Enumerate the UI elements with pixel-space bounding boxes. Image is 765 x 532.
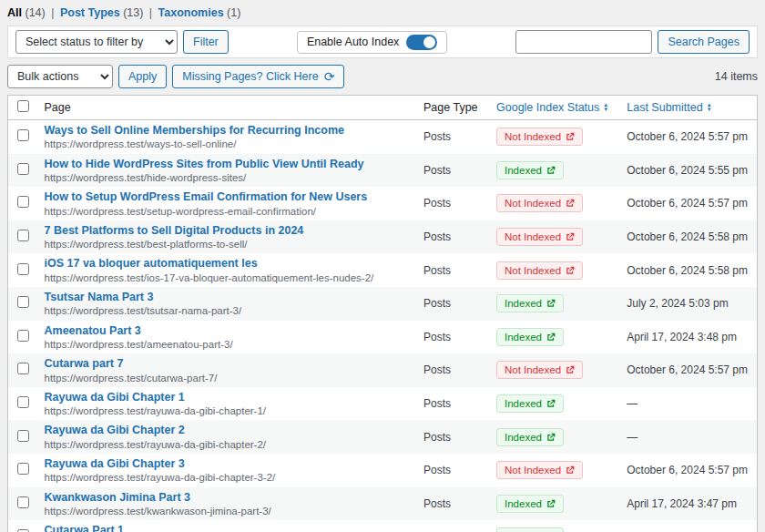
external-link-icon[interactable] [546, 166, 556, 175]
index-status-badge: Indexed [496, 428, 564, 446]
table-row: How to Setup WordPress Email Confirmatio… [8, 187, 758, 220]
page-type: Posts [414, 154, 487, 188]
search-input[interactable] [515, 30, 652, 54]
page-type: Posts [414, 253, 487, 287]
page-title-link[interactable]: Ways to Sell Online Memberships for Recu… [45, 124, 344, 137]
column-page-type: Page Type [414, 96, 487, 120]
index-status-badge: Indexed [496, 495, 564, 513]
sort-last-submitted[interactable]: Last Submitted ▲▼ [627, 101, 711, 114]
table-row: Rayuwa da Gibi Chapter 3 https://wordpre… [8, 454, 758, 487]
filter-button[interactable]: Filter [183, 30, 229, 54]
external-link-icon[interactable] [546, 299, 556, 308]
last-submitted: October 6, 2024 5:57 pm [617, 454, 757, 487]
table-row: Rayuwa da Gibi Chapter 1 https://wordpre… [8, 387, 758, 421]
search-pages-button[interactable]: Search Pages [658, 30, 750, 54]
bulk-actions-select[interactable]: Bulk actions [7, 65, 113, 88]
page-title-link[interactable]: iOS 17 va bloquer automatiquement les [45, 257, 258, 270]
table-row: Tsutsar Nama Part 3 https://wordpress.te… [8, 287, 758, 321]
last-submitted: October 6, 2024 5:58 pm [617, 220, 757, 254]
external-link-icon[interactable] [566, 466, 575, 475]
page-title-link[interactable]: How to Hide WordPress Sites from Public … [45, 158, 364, 170]
auto-index-toggle[interactable] [406, 35, 437, 50]
external-link-icon[interactable] [566, 132, 575, 141]
view-all-label: All [7, 6, 22, 19]
table-body: Ways to Sell Online Memberships for Recu… [8, 120, 758, 532]
page-title-link[interactable]: 7 Best Platforms to Sell Digital Product… [45, 224, 304, 237]
row-checkbox[interactable] [17, 463, 29, 475]
external-link-icon[interactable] [566, 365, 575, 374]
view-taxonomies[interactable]: Taxonomies (1) [158, 6, 241, 19]
missing-pages-label: Missing Pages? Click Here [182, 70, 318, 83]
status-filter-select[interactable]: Select status to filter by [15, 30, 178, 54]
last-submitted: October 6, 2024 5:57 pm [617, 353, 757, 387]
page-title-link[interactable]: Rayuwa da Gibi Chapter 1 [45, 391, 185, 404]
index-status-text: Indexed [505, 498, 542, 509]
external-link-icon[interactable] [546, 332, 556, 342]
page-title-link[interactable]: Tsutsar Nama Part 3 [45, 291, 154, 303]
column-index-status-label: Google Index Status [496, 101, 599, 114]
page-url: https://wordpress.test/ios-17-va-bloquer… [45, 272, 406, 284]
last-submitted: July 31, 2024 12:14 pm [617, 520, 757, 532]
row-checkbox[interactable] [17, 230, 29, 241]
index-status-text: Not Indexed [505, 364, 561, 375]
page-title-link[interactable]: Cutarwa part 7 [45, 357, 124, 370]
refresh-icon: ⟳ [324, 70, 335, 83]
page-title-link[interactable]: Kwankwason Jimina Part 3 [45, 491, 190, 504]
external-link-icon[interactable] [546, 433, 556, 442]
page-title-link[interactable]: Ameenatou Part 3 [45, 324, 141, 337]
external-link-icon[interactable] [546, 399, 556, 408]
table-row: Rayuwa da Gibi Chapter 2 https://wordpre… [8, 420, 758, 454]
row-checkbox[interactable] [17, 396, 29, 408]
last-submitted: April 17, 2024 3:48 pm [617, 321, 757, 354]
page-wrap: All (14) Post Types (13) Taxonomies (1) … [0, 0, 765, 532]
page-type: Posts [414, 353, 487, 387]
index-status-text: Not Indexed [505, 231, 561, 242]
row-checkbox[interactable] [17, 430, 29, 442]
view-post-types[interactable]: Post Types (13) [60, 6, 143, 19]
page-title-link[interactable]: Rayuwa da Gibi Chapter 2 [45, 424, 185, 436]
row-checkbox[interactable] [17, 163, 29, 175]
page-title-link[interactable]: Rayuwa da Gibi Chapter 3 [45, 457, 185, 470]
index-status-text: Indexed [505, 165, 542, 176]
index-status-badge: Indexed [496, 161, 564, 179]
sort-arrows-icon: ▲▼ [707, 103, 712, 112]
table-header: Page Page Type Google Index Status ▲▼ La… [8, 96, 758, 120]
page-url: https://wordpress.test/setup-wordpress-e… [45, 206, 406, 218]
row-checkbox[interactable] [17, 296, 29, 308]
row-checkbox[interactable] [17, 129, 29, 141]
index-status-badge: Not Indexed [496, 194, 583, 212]
view-taxonomies-label: Taxonomies [158, 6, 224, 19]
external-link-icon[interactable] [566, 232, 575, 241]
page-type: Posts [414, 120, 487, 154]
page-url: https://wordpress.test/rayuwa-da-gibi-ch… [45, 405, 406, 417]
auto-index-group: Enable Auto Index [297, 31, 447, 54]
view-post-types-count: (13) [123, 6, 143, 19]
pages-table: Page Page Type Google Index Status ▲▼ La… [7, 95, 758, 532]
missing-pages-button[interactable]: Missing Pages? Click Here ⟳ [172, 65, 344, 88]
sort-google-index-status[interactable]: Google Index Status ▲▼ [496, 101, 608, 114]
index-status-text: Indexed [505, 432, 542, 443]
index-status-badge: Indexed [496, 527, 564, 532]
external-link-icon[interactable] [546, 499, 556, 508]
row-checkbox[interactable] [17, 263, 29, 275]
view-all[interactable]: All (14) [7, 6, 46, 19]
select-all-checkbox[interactable] [17, 100, 29, 112]
table-row: Cutarwa part 7 https://wordpress.test/cu… [8, 353, 758, 387]
page-title-link[interactable]: How to Setup WordPress Email Confirmatio… [45, 190, 368, 203]
page-url: https://wordpress.test/rayuwa-da-gibi-ch… [45, 439, 406, 451]
page-type: Posts [414, 454, 487, 487]
table-row: 7 Best Platforms to Sell Digital Product… [8, 220, 758, 254]
row-checkbox[interactable] [17, 196, 29, 208]
external-link-icon[interactable] [566, 266, 575, 275]
row-checkbox[interactable] [17, 496, 29, 508]
view-post-types-label: Post Types [60, 6, 120, 19]
apply-button[interactable]: Apply [118, 65, 167, 88]
index-status-text: Indexed [505, 398, 542, 409]
row-checkbox[interactable] [17, 330, 29, 342]
last-submitted: October 6, 2024 5:58 pm [617, 253, 757, 287]
external-link-icon[interactable] [566, 199, 575, 208]
page-title-link[interactable]: Cutarwa Part 1 [45, 524, 125, 532]
page-type: Posts [414, 287, 487, 321]
index-status-text: Indexed [505, 332, 542, 343]
row-checkbox[interactable] [17, 363, 29, 374]
